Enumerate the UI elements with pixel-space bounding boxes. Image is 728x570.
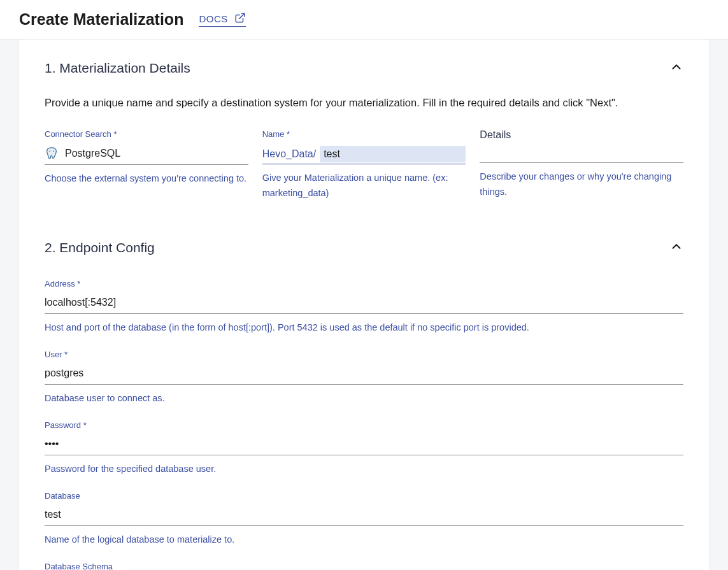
name-help: Give your Materialization a unique name.… <box>262 171 466 201</box>
details-input-wrapper[interactable] <box>480 145 683 163</box>
section-header-endpoint: 2. Endpoint Config <box>45 201 683 261</box>
password-input[interactable] <box>45 438 683 450</box>
name-input-wrapper[interactable]: Hevo_Data/ test <box>262 144 466 164</box>
postgresql-icon <box>45 146 59 160</box>
address-input[interactable] <box>45 297 683 308</box>
password-input-wrapper[interactable] <box>45 435 683 455</box>
name-input[interactable]: test <box>320 146 466 162</box>
docs-link-label: DOCS <box>199 13 227 24</box>
connector-input[interactable] <box>65 148 248 159</box>
address-help: Host and port of the database (in the fo… <box>45 320 683 336</box>
connector-label: Connector Search * <box>45 129 248 139</box>
page-title: Create Materialization <box>19 10 183 29</box>
svg-point-2 <box>53 150 54 152</box>
address-input-wrapper[interactable] <box>45 294 683 314</box>
svg-line-0 <box>239 13 244 18</box>
collapse-toggle-details[interactable] <box>669 60 683 76</box>
docs-link[interactable]: DOCS <box>199 12 245 27</box>
details-field-row: Connector Search * Choose the external s… <box>45 129 683 201</box>
password-label: Password * <box>45 420 683 430</box>
user-help: Database user to connect as. <box>45 391 683 406</box>
chevron-up-icon <box>669 65 683 76</box>
password-field: Password * Password for the specified da… <box>45 420 683 477</box>
chevron-up-icon <box>669 245 683 255</box>
database-field: Database Name of the logical database to… <box>45 491 683 548</box>
database-label: Database <box>45 491 683 501</box>
user-input-wrapper[interactable] <box>45 364 683 385</box>
connector-field: Connector Search * Choose the external s… <box>45 129 248 201</box>
details-field: Details Describe your changes or why you… <box>480 129 683 201</box>
address-field: Address * Host and port of the database … <box>45 279 683 336</box>
schema-field: Database Schema <box>45 562 683 570</box>
section-title-endpoint: 2. Endpoint Config <box>45 240 155 255</box>
details-input[interactable] <box>480 147 683 159</box>
page-header: Create Materialization DOCS <box>0 0 728 39</box>
name-label: Name * <box>262 129 466 139</box>
user-field: User * Database user to connect as. <box>45 350 683 406</box>
details-help: Describe your changes or why you're chan… <box>480 169 683 200</box>
connector-input-wrapper[interactable] <box>45 144 248 165</box>
database-help: Name of the logical database to material… <box>45 532 683 548</box>
endpoint-fields: Address * Host and port of the database … <box>45 279 683 570</box>
name-prefix: Hevo_Data/ <box>262 148 317 160</box>
user-input[interactable] <box>45 367 683 379</box>
database-input[interactable] <box>45 509 683 520</box>
section-header-details: 1. Materialization Details <box>45 39 683 82</box>
form-container: 1. Materialization Details Provide a uni… <box>19 39 709 570</box>
svg-point-1 <box>49 150 50 152</box>
collapse-toggle-endpoint[interactable] <box>669 239 683 256</box>
name-field: Name * Hevo_Data/ test Give your Materia… <box>262 129 466 201</box>
external-link-icon <box>234 12 246 25</box>
details-label: Details <box>480 129 683 141</box>
user-label: User * <box>45 350 683 359</box>
schema-label: Database Schema <box>45 562 683 570</box>
password-help: Password for the specified database user… <box>45 462 683 477</box>
database-input-wrapper[interactable] <box>45 506 683 526</box>
section-description: Provide a unique name and specify a dest… <box>45 97 683 109</box>
address-label: Address * <box>45 279 683 289</box>
connector-help: Choose the external system you're connec… <box>45 171 248 187</box>
section-title-details: 1. Materialization Details <box>45 61 190 76</box>
